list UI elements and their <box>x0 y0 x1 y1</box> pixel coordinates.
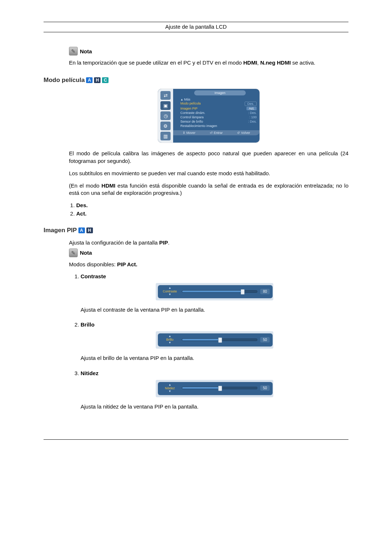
option-des: Des. <box>76 202 88 208</box>
osd-row: Imagen PIPAct. <box>176 106 257 111</box>
note-label: Nota <box>80 250 92 256</box>
osd-row: Contraste dinám.: Des. <box>176 111 257 115</box>
arrow-down-icon: ▼ <box>168 293 171 296</box>
arrow-up-icon: ▲ <box>168 383 171 386</box>
movie-p3: (En el modo HDMI esta función está dispo… <box>69 182 348 197</box>
osd-icon-picture: ▣ <box>160 101 171 110</box>
t: PIP <box>159 239 168 246</box>
bottom-rule <box>44 439 348 440</box>
v: : 100 <box>249 115 257 119</box>
osd-hint: ↺ Volver <box>237 131 250 135</box>
page-header: Ajuste de la pantalla LCD <box>44 24 348 32</box>
pip-item-contraste: Contraste ▲ Contraste ▼ 80 <box>81 273 348 313</box>
slider-nitidez: ▲ Nitidez ▼ 50 <box>158 382 273 395</box>
osd-icon-setup: ⚙ <box>160 122 171 130</box>
option-act: Act. <box>76 210 86 217</box>
k: Contraste dinám. <box>180 111 205 115</box>
badge-A: A <box>86 77 93 83</box>
arrow-up-icon: ▲ <box>168 287 171 290</box>
slider-track[interactable] <box>182 387 257 389</box>
badge-H: H <box>86 227 93 233</box>
t: HDMI <box>243 59 257 66</box>
v: : Des. <box>248 111 257 115</box>
movie-options-list: Des. Act. <box>69 202 348 217</box>
osd-title: Imagen <box>194 90 246 95</box>
osd-more: Más <box>176 98 257 101</box>
k: Control lámpara <box>180 115 204 119</box>
slider-track[interactable] <box>182 338 257 341</box>
osd-row: Control lámpara: 100 <box>176 115 257 119</box>
osd-row: Restablecimiento imagen <box>176 124 257 128</box>
page: Ajuste de la pantalla LCD ✎ Nota En la t… <box>0 0 392 469</box>
t: PIP Act. <box>117 261 138 267</box>
item-desc: Ajusta el brillo de la ventana PIP en la… <box>81 354 348 362</box>
pip-intro: Ajusta la configuración de la pantalla P… <box>69 239 348 246</box>
heading-text: Imagen PIP <box>44 227 77 234</box>
k: Modo película <box>180 102 201 106</box>
note-label: Nota <box>80 48 92 54</box>
note-block: ✎ Nota <box>69 47 348 56</box>
badge-H: H <box>94 77 101 83</box>
t: Modos disponibles: <box>69 261 117 267</box>
item-head: Contraste <box>81 273 106 279</box>
osd-row: Modo películaDes. <box>176 101 257 106</box>
t: HDMI <box>102 182 115 189</box>
note-block-2: ✎ Nota <box>69 249 348 257</box>
item-desc: Ajusta la nitidez de la ventana PIP en l… <box>81 403 348 410</box>
slider-track[interactable] <box>182 290 257 293</box>
osd-main: Imagen Más Modo películaDes. Imagen PIPA… <box>173 89 260 143</box>
pip-item-brillo: Brillo ▲ Brillo ▼ 50 <box>81 321 348 362</box>
movie-p2: Los subtítulos en movimiento se pueden v… <box>69 170 348 177</box>
k: Imagen PIP <box>180 107 197 110</box>
osd-icon-multi: ▥ <box>160 132 171 140</box>
header-rule <box>44 32 348 32</box>
t: Ajusta la configuración de la pantalla <box>69 239 159 246</box>
v: Act. <box>246 107 257 110</box>
slider-fill <box>182 291 242 292</box>
slider-thumb[interactable] <box>241 289 245 295</box>
section-heading-pip: Imagen PIP A H <box>44 227 348 234</box>
osd-icon-sound: ◷ <box>160 111 171 120</box>
item-head: Nitidez <box>81 370 98 376</box>
osd-sidebar: ⇄ ▣ ◷ ⚙ ▥ <box>158 89 173 143</box>
t: (En el modo <box>69 182 102 189</box>
t: , <box>257 59 260 66</box>
v: Des. <box>245 102 257 106</box>
k: Restablecimiento imagen <box>180 124 217 128</box>
item-head: Brillo <box>81 321 94 328</box>
arrow-up-icon: ▲ <box>168 335 171 338</box>
t: N.neg HDMI <box>260 59 291 66</box>
arrow-down-icon: ▼ <box>168 390 171 393</box>
slider-fill <box>182 339 220 341</box>
t: se activa. <box>291 59 315 66</box>
badge-A: A <box>78 227 85 233</box>
v: : Des. <box>248 120 257 123</box>
pip-item-nitidez: Nitidez ▲ Nitidez ▼ 50 <box>81 370 348 410</box>
slider-fill <box>182 387 220 389</box>
k: Sensor de brillo <box>180 120 203 123</box>
pip-modes: Modos disponibles: PIP Act. <box>69 261 348 268</box>
pip-items-list: Contraste ▲ Contraste ▼ 80 <box>69 273 348 410</box>
note-text: En la temporización que se puede utiliza… <box>69 59 348 66</box>
osd-hint: ⏎ Entrar <box>210 131 222 135</box>
osd-hint: ⇕ Mover <box>183 131 196 135</box>
slider-value: 50 <box>260 385 270 391</box>
slider-thumb[interactable] <box>218 337 222 343</box>
slider-contraste: ▲ Contraste ▼ 80 <box>158 285 273 298</box>
section-heading-movie: Modo película A H C <box>44 77 348 84</box>
osd-icon-input: ⇄ <box>160 91 171 100</box>
t: En la temporización que se puede utiliza… <box>69 59 243 66</box>
note-icon: ✎ <box>69 47 78 56</box>
osd-screenshot: ⇄ ▣ ◷ ⚙ ▥ Imagen Más Modo películaDes. I… <box>69 89 348 143</box>
movie-p1: El modo de película calibra las imágenes… <box>69 150 348 165</box>
top-rule <box>44 22 348 22</box>
heading-text: Modo película <box>44 77 85 84</box>
badge-C: C <box>102 77 109 83</box>
osd-footer: ⇕ Mover ⏎ Entrar ↺ Volver <box>173 130 260 135</box>
osd-row: Sensor de brillo: Des. <box>176 119 257 124</box>
slider-brillo: ▲ Brillo ▼ 50 <box>158 333 273 346</box>
slider-value: 50 <box>260 337 270 342</box>
note-icon: ✎ <box>69 249 78 257</box>
item-desc: Ajusta el contraste de la ventana PIP en… <box>81 306 348 313</box>
slider-thumb[interactable] <box>218 386 222 391</box>
